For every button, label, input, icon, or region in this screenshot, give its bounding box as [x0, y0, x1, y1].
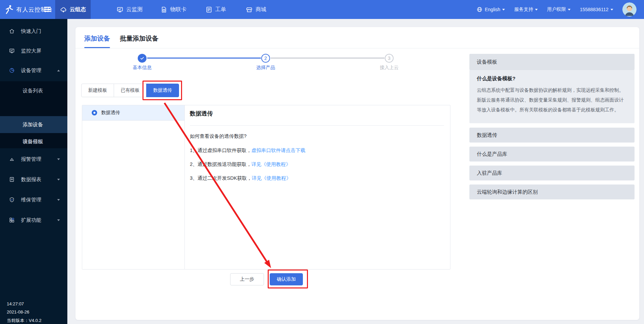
- help-panel-join-product-library[interactable]: 入驻产品库: [469, 166, 635, 180]
- device-pie-icon: [9, 67, 15, 73]
- download-virtual-serial-link[interactable]: 虚拟串口软件请点击下载: [251, 148, 306, 153]
- nav-item-cloud-scada[interactable]: 云组态: [55, 0, 91, 19]
- previous-step-button[interactable]: 上一步: [230, 273, 264, 285]
- sidebar-item-maintenance[interactable]: 维保管理: [0, 192, 67, 207]
- sidebar-item-device-management[interactable]: 设备管理: [0, 63, 67, 78]
- sidebar-item-label: 快速入门: [21, 28, 41, 35]
- list-item-label: 数据透传: [101, 110, 120, 116]
- sim-card-icon: [160, 6, 168, 13]
- step-connector-pending: [271, 58, 384, 59]
- list-item-data-passthrough[interactable]: 数据透传: [82, 105, 184, 121]
- chevron-down-icon: [57, 179, 60, 180]
- content-title: 数据透传: [190, 110, 213, 117]
- radio-selected-icon[interactable]: [92, 110, 97, 115]
- sidebar-subitem-label: 设备列表: [23, 88, 43, 93]
- tab-add-device[interactable]: 添加设备: [84, 34, 110, 43]
- template-type-switcher: 新建模板 已有模板 数据透传: [81, 84, 179, 97]
- service-support-menu[interactable]: 服务支持: [514, 6, 538, 13]
- chevron-down-icon: [57, 199, 60, 201]
- avatar[interactable]: [622, 2, 637, 17]
- nav-label: 云监测: [126, 6, 142, 13]
- sidebar-item-label: 报警管理: [21, 156, 41, 163]
- tab-batch-add-device[interactable]: 批量添加设备: [120, 34, 158, 43]
- clock-date: 2021-08-26: [7, 309, 29, 315]
- line-text: 1、通过虚拟串口软件获取，: [190, 148, 251, 153]
- nav-item-mall[interactable]: 商城: [241, 0, 271, 19]
- confirm-add-button[interactable]: 确认添加: [270, 273, 303, 285]
- sidebar-subitem-add-device[interactable]: 添加设备: [0, 116, 67, 133]
- shield-icon: [9, 197, 15, 203]
- nav-label: 物联卡: [170, 6, 186, 13]
- chevron-down-icon: [57, 219, 60, 221]
- sidebar-item-data-report[interactable]: 数据报表: [0, 172, 67, 187]
- line-text: 3、通过二次开发SDK获取，: [190, 175, 252, 181]
- sidebar-item-extensions[interactable]: 扩展功能: [0, 213, 67, 228]
- sidebar-item-label: 维保管理: [21, 197, 41, 203]
- store-icon: [246, 6, 253, 13]
- step-1-done: [138, 54, 147, 63]
- tutorial-link-2[interactable]: 详见《使用教程》: [252, 175, 291, 181]
- topbar: 有人云控制台 云组态 云监测 物联卡 工单 商城: [0, 0, 644, 19]
- sidebar-item-label: 监控大屏: [21, 48, 41, 54]
- sidebar-item-label: 设备管理: [21, 67, 41, 74]
- chevron-down-icon: [502, 9, 505, 10]
- content-line-2: 2、通过数据推送功能获取，详见《使用教程》: [190, 161, 291, 168]
- step-connector-done: [147, 58, 261, 59]
- step-3-label: 接入上云: [369, 65, 409, 71]
- monitor-icon: [116, 6, 124, 13]
- chevron-down-icon: [535, 9, 538, 10]
- sidebar-subitem-device-list[interactable]: 设备列表: [0, 82, 67, 99]
- account-menu[interactable]: 15588836112: [580, 7, 613, 12]
- alarm-icon: [9, 156, 15, 162]
- sidebar-item-quick-start[interactable]: 快速入门: [0, 24, 67, 39]
- segment-data-passthrough[interactable]: 数据透传: [146, 84, 179, 97]
- home-icon: [9, 28, 15, 34]
- chevron-down-icon: [610, 9, 613, 10]
- extensions-grid-icon: [9, 217, 15, 223]
- sidebar-subitem-label: 添加设备: [23, 122, 43, 127]
- sidebar-item-monitor-screen[interactable]: 监控大屏: [0, 43, 67, 58]
- help-question: 什么是设备模板?: [477, 75, 627, 82]
- help-panel-polling-vs-edge[interactable]: 云端轮询和边缘计算的区别: [469, 185, 635, 199]
- usr-logo-icon: [4, 4, 14, 15]
- help-panel-device-template[interactable]: 设备模板: [469, 54, 635, 70]
- step-3-pending: 3: [385, 54, 394, 63]
- content-line-3: 3、通过二次开发SDK获取，详见《使用教程》: [190, 175, 291, 181]
- help-panel-data-passthrough[interactable]: 数据透传: [469, 128, 635, 143]
- clock-time: 14:27:07: [7, 301, 24, 306]
- step-1-label: 基本信息: [122, 65, 162, 71]
- step-number: 3: [388, 56, 391, 61]
- help-paragraph: 云组态系统中配置与设备数据协议的解析规则，实现远程采集和控制。新版云服务将通讯协…: [477, 85, 627, 115]
- account-phone: 15588836112: [580, 7, 608, 12]
- segment-existing-template[interactable]: 已有模板: [114, 84, 147, 97]
- divider: [75, 48, 639, 48]
- help-panel-body: 什么是设备模板? 云组态系统中配置与设备数据协议的解析规则，实现远程采集和控制。…: [469, 70, 635, 123]
- nav-item-iot-card[interactable]: 物联卡: [156, 0, 191, 19]
- nav-item-work-order[interactable]: 工单: [201, 0, 231, 19]
- divider: [190, 125, 444, 126]
- content-question: 如何查看设备的透传数据?: [190, 133, 247, 139]
- user-permission-menu[interactable]: 用户权限: [547, 6, 571, 13]
- big-screen-icon: [9, 48, 15, 54]
- chevron-down-icon: [57, 158, 60, 160]
- sidebar-subitem-label: 项目分组: [23, 138, 43, 144]
- chevron-down-icon: [568, 9, 571, 10]
- segment-new-template[interactable]: 新建模板: [81, 84, 114, 97]
- sidebar-subitem-project-group[interactable]: 项目分组: [0, 133, 67, 150]
- content-line-1: 1、通过虚拟串口软件获取，虚拟串口软件请点击下载: [190, 147, 306, 154]
- report-icon: [9, 176, 15, 182]
- step-number: 2: [264, 56, 267, 61]
- nav-item-cloud-monitor[interactable]: 云监测: [112, 0, 147, 19]
- work-order-icon: [205, 6, 213, 13]
- step-2-label: 选择产品: [245, 65, 286, 71]
- help-panel-what-is-product-library[interactable]: 什么是产品库: [469, 147, 635, 161]
- nav-label: 云组态: [70, 6, 86, 13]
- language-selector[interactable]: English: [476, 6, 505, 13]
- menu-icon[interactable]: [44, 7, 51, 12]
- sidebar-item-alarm-management[interactable]: 报警管理: [0, 152, 67, 167]
- template-selection-box: 数据透传 数据透传 如何查看设备的透传数据? 1、通过虚拟串口软件获取，虚拟串口…: [82, 105, 450, 269]
- version-label: 当前版本：V4.0.2: [7, 318, 42, 324]
- check-icon: [140, 56, 145, 61]
- tutorial-link-1[interactable]: 详见《使用教程》: [251, 161, 291, 167]
- nav-label: 工单: [215, 6, 226, 13]
